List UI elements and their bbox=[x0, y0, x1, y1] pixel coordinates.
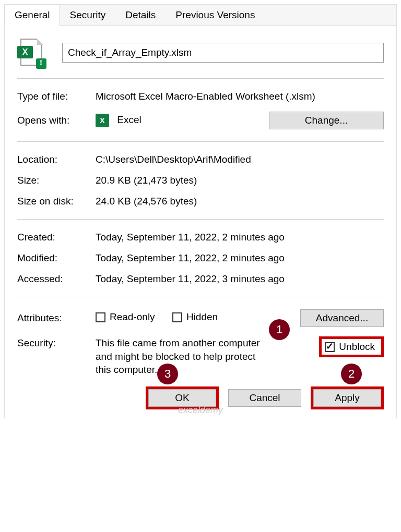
type-of-file-label: Type of file: bbox=[17, 91, 96, 102]
accessed-value: Today, September 11, 2022, 3 minutes ago bbox=[96, 273, 384, 285]
excel-file-icon: X bbox=[17, 38, 48, 68]
size-value: 20.9 KB (21,473 bytes) bbox=[96, 175, 384, 186]
properties-dialog: General Security Details Previous Versio… bbox=[4, 4, 397, 418]
advanced-button[interactable]: Advanced... bbox=[300, 309, 384, 327]
created-value: Today, September 11, 2022, 2 minutes ago bbox=[96, 232, 384, 243]
location-label: Location: bbox=[17, 154, 96, 165]
hidden-label: Hidden bbox=[186, 311, 218, 323]
tab-security[interactable]: Security bbox=[60, 5, 116, 26]
accessed-label: Accessed: bbox=[17, 273, 96, 285]
unblock-checkbox[interactable] bbox=[325, 342, 335, 352]
location-value: C:\Users\Dell\Desktop\Arif\Modified bbox=[96, 154, 384, 165]
filename-input[interactable]: Check_if_Array_Empty.xlsm bbox=[62, 43, 384, 63]
change-button[interactable]: Change... bbox=[269, 112, 384, 129]
unblock-label: Unblock bbox=[339, 341, 375, 353]
cancel-button[interactable]: Cancel bbox=[228, 389, 301, 407]
annotation-badge-2: 2 bbox=[341, 364, 362, 384]
hidden-checkbox[interactable] bbox=[172, 312, 182, 322]
size-on-disk-label: Size on disk: bbox=[17, 196, 96, 207]
annotation-badge-1: 1 bbox=[269, 319, 290, 340]
size-label: Size: bbox=[17, 175, 96, 186]
apply-button[interactable]: Apply bbox=[313, 389, 381, 407]
tab-content: X Check_if_Array_Empty.xlsm Type of file… bbox=[5, 26, 396, 386]
modified-value: Today, September 11, 2022, 2 minutes ago bbox=[96, 252, 384, 264]
tab-general[interactable]: General bbox=[5, 5, 60, 26]
readonly-label: Read-only bbox=[110, 311, 155, 323]
opens-with-value: X Excel bbox=[96, 114, 269, 127]
dialog-footer: 3 OK Cancel 2 Apply bbox=[5, 386, 396, 418]
size-on-disk-value: 24.0 KB (24,576 bytes) bbox=[96, 196, 384, 207]
tab-previous-versions[interactable]: Previous Versions bbox=[166, 5, 265, 26]
security-label: Security: bbox=[17, 336, 96, 349]
ok-highlight: OK bbox=[146, 386, 219, 409]
created-label: Created: bbox=[17, 232, 96, 243]
opens-with-app: Excel bbox=[117, 114, 141, 125]
ok-button[interactable]: OK bbox=[148, 389, 216, 407]
modified-label: Modified: bbox=[17, 252, 96, 264]
apply-highlight: Apply bbox=[311, 386, 384, 409]
readonly-checkbox[interactable] bbox=[96, 312, 105, 322]
tab-strip: General Security Details Previous Versio… bbox=[5, 5, 396, 26]
type-of-file-value: Microsoft Excel Macro-Enabled Worksheet … bbox=[96, 91, 384, 102]
opens-with-label: Opens with: bbox=[17, 115, 96, 126]
excel-app-icon: X bbox=[96, 114, 109, 127]
attributes-label: Attributes: bbox=[17, 312, 96, 324]
security-text: This file came from another computer and… bbox=[96, 336, 268, 377]
unblock-highlight: Unblock bbox=[319, 336, 384, 357]
tab-details[interactable]: Details bbox=[115, 5, 166, 26]
annotation-badge-3: 3 bbox=[157, 364, 178, 384]
